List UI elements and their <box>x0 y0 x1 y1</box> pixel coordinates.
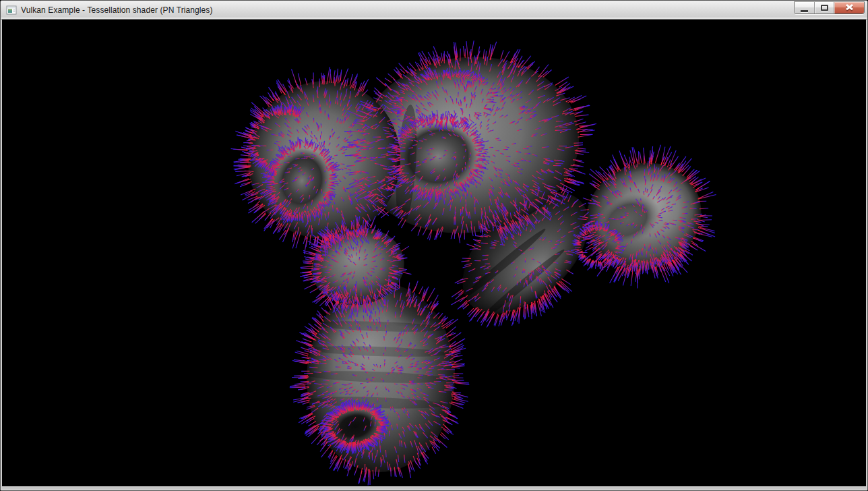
maximize-icon <box>821 5 828 11</box>
minimize-button[interactable] <box>795 2 814 13</box>
render-client-area <box>2 20 866 486</box>
close-icon <box>845 4 854 11</box>
render-canvas[interactable] <box>2 20 866 486</box>
app-icon-image <box>6 5 17 16</box>
window-title: Vulkan Example - Tessellation shader (PN… <box>21 5 213 15</box>
maximize-button[interactable] <box>814 2 834 13</box>
minimize-icon <box>801 10 808 12</box>
close-button[interactable] <box>834 2 864 13</box>
titlebar[interactable]: Vulkan Example - Tessellation shader (PN… <box>1 1 867 20</box>
app-window: Vulkan Example - Tessellation shader (PN… <box>0 0 868 491</box>
window-controls <box>794 1 865 14</box>
app-icon[interactable] <box>6 5 17 16</box>
